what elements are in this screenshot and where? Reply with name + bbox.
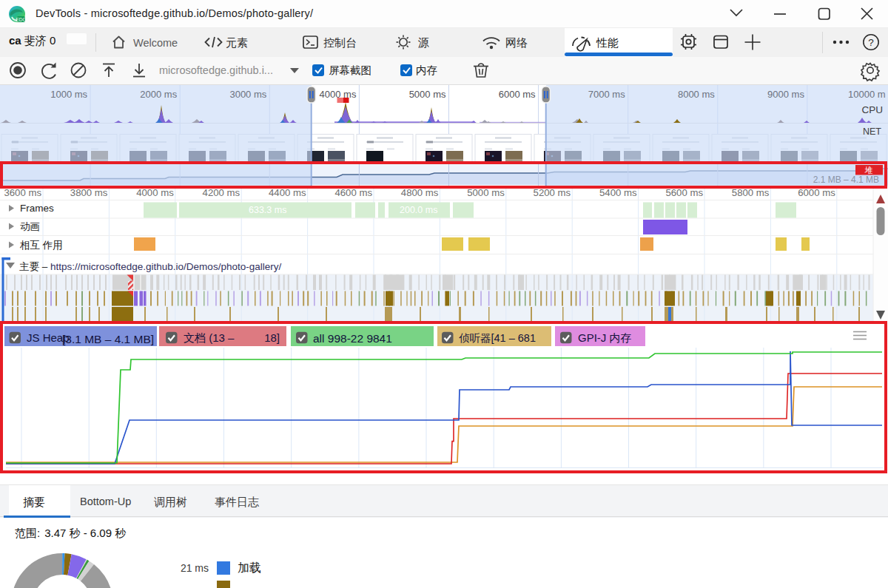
- svg-text:网络: 网络: [505, 36, 528, 49]
- svg-text:5800 ms: 5800 ms: [732, 187, 770, 198]
- svg-text:4200 ms: 4200 ms: [203, 187, 240, 198]
- svg-text:7000 ms: 7000 ms: [588, 89, 625, 100]
- svg-text:主要 – https://microsoftedge.git: 主要 – https://microsoftedge.github.io/Dem…: [19, 261, 281, 272]
- svg-text:NET: NET: [863, 126, 881, 137]
- svg-text:4400 ms: 4400 ms: [269, 187, 306, 198]
- svg-text:5000 ms: 5000 ms: [409, 89, 446, 100]
- svg-text:4800 ms: 4800 ms: [401, 187, 439, 198]
- svg-text:1000 ms: 1000 ms: [50, 89, 87, 100]
- svg-text:Frames: Frames: [20, 203, 54, 214]
- svg-text:性能: 性能: [596, 36, 619, 49]
- svg-text:控制台: 控制台: [323, 36, 357, 49]
- svg-text:相互 作用: 相互 作用: [19, 240, 63, 251]
- svg-text:3000 ms: 3000 ms: [229, 89, 266, 100]
- svg-text:5200 ms: 5200 ms: [534, 187, 571, 198]
- svg-text:元素: 元素: [226, 36, 248, 49]
- svg-text:10000 m: 10000 m: [848, 89, 886, 100]
- svg-text:200.0 ms: 200.0 ms: [400, 205, 437, 215]
- svg-text:6000 ms: 6000 ms: [499, 89, 536, 100]
- svg-text:633.3 ms: 633.3 ms: [249, 205, 286, 215]
- svg-text:9000 ms: 9000 ms: [767, 89, 804, 100]
- svg-text:4600 ms: 4600 ms: [334, 187, 372, 198]
- svg-text:microsoftedge.github.i...: microsoftedge.github.i...: [159, 64, 273, 76]
- svg-text:6000 ms: 6000 ms: [798, 187, 835, 198]
- svg-text:3600 ms: 3600 ms: [4, 187, 41, 198]
- svg-text:3800 ms: 3800 ms: [70, 187, 108, 198]
- svg-text:源: 源: [418, 36, 429, 49]
- svg-text:5400 ms: 5400 ms: [599, 187, 637, 198]
- svg-text:2000 ms: 2000 ms: [140, 89, 177, 100]
- svg-text:屏幕截图: 屏幕截图: [329, 64, 371, 76]
- svg-text:CPU: CPU: [861, 104, 883, 115]
- svg-text:4000 ms: 4000 ms: [136, 187, 174, 198]
- svg-text:EDG: EDG: [16, 17, 26, 22]
- svg-text:5000 ms: 5000 ms: [467, 187, 505, 198]
- svg-text:动画: 动画: [20, 221, 40, 232]
- svg-text:?: ?: [868, 37, 874, 48]
- svg-text:5600 ms: 5600 ms: [665, 187, 703, 198]
- svg-text:Welcome: Welcome: [133, 37, 178, 49]
- svg-text:内存: 内存: [416, 64, 437, 76]
- svg-text:8000 ms: 8000 ms: [678, 89, 715, 100]
